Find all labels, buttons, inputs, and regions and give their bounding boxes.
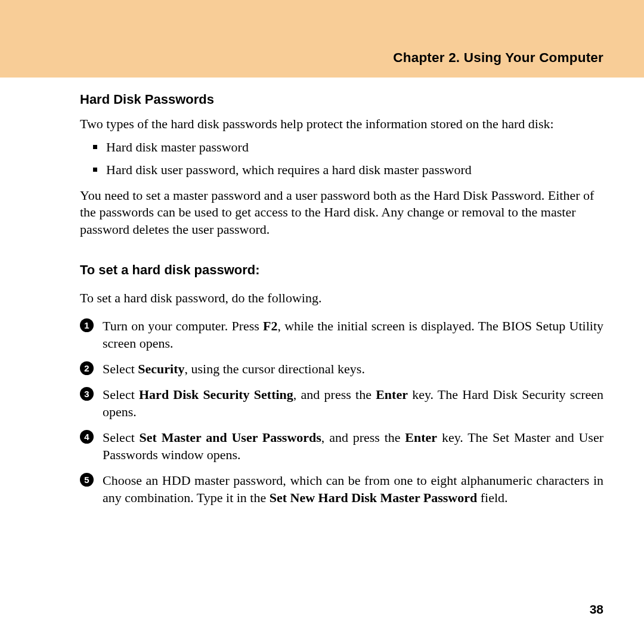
step-text: Turn on your computer. Press: [103, 318, 263, 333]
bold-text: F2: [263, 318, 277, 333]
section-heading-1: Hard Disk Passwords: [80, 92, 603, 107]
step-text: Select: [103, 361, 138, 376]
bold-text: Set New Hard Disk Master Password: [270, 490, 478, 505]
list-item: Select Set Master and User Passwords, an…: [80, 429, 603, 463]
bold-text: Enter: [405, 430, 437, 445]
bold-text: Security: [138, 361, 184, 376]
list-item: Hard disk user password, which requires …: [106, 162, 603, 179]
list-item: Select Hard Disk Security Setting, and p…: [80, 386, 603, 420]
section2-intro: To set a hard disk password, do the foll…: [80, 290, 603, 307]
step-text: , and press the: [293, 387, 376, 402]
section1-after: You need to set a master password and a …: [80, 187, 603, 239]
list-item: Select Security, using the cursor direct…: [80, 360, 603, 377]
step-text: Select: [103, 387, 139, 402]
steps-list: Turn on your computer. Press F2, while t…: [80, 317, 603, 506]
page: Chapter 2. Using Your Computer Hard Disk…: [0, 0, 644, 644]
list-item: Turn on your computer. Press F2, while t…: [80, 317, 603, 352]
section-heading-2: To set a hard disk password:: [80, 262, 603, 278]
step-text: , and press the: [321, 430, 405, 445]
bullet-list: Hard disk master password Hard disk user…: [80, 139, 603, 179]
section1-intro: Two types of the hard disk passwords hel…: [80, 116, 603, 133]
chapter-title: Chapter 2. Using Your Computer: [0, 50, 603, 66]
bold-text: Hard Disk Security Setting: [139, 387, 293, 402]
list-item: Choose an HDD master password, which can…: [80, 472, 603, 506]
bold-text: Set Master and User Passwords: [140, 430, 321, 445]
step-text: field.: [477, 490, 507, 505]
bold-text: Enter: [376, 387, 408, 402]
step-text: , using the cursor directional keys.: [184, 361, 364, 376]
content: Hard Disk Passwords Two types of the har…: [0, 78, 644, 506]
header-band: Chapter 2. Using Your Computer: [0, 0, 644, 78]
page-number: 38: [590, 602, 603, 617]
list-item: Hard disk master password: [106, 139, 603, 156]
step-text: Select: [103, 430, 140, 445]
